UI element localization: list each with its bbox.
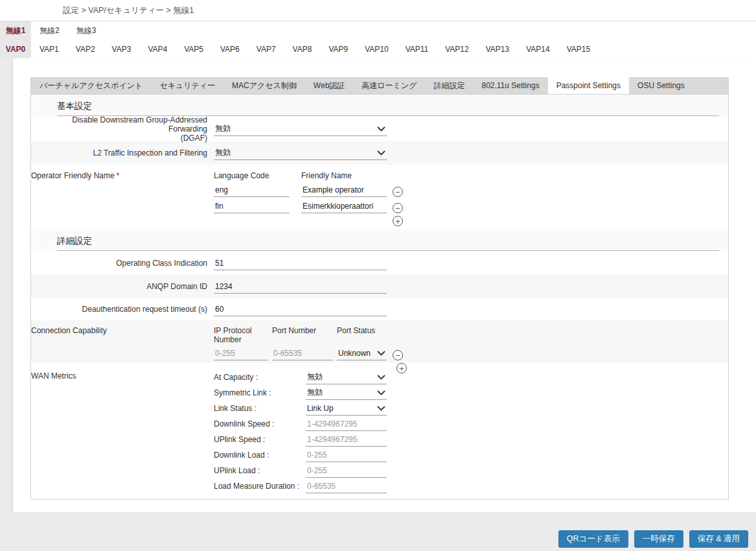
downlink-speed-label: Downlink Speed :: [214, 419, 306, 428]
remove-row-icon[interactable]: −: [393, 203, 403, 213]
wan-metrics-row: WAN Metrics At Capacity : 無効 Symmetric L…: [31, 363, 728, 499]
operator-name-row-0: −: [214, 183, 403, 197]
link-status-select[interactable]: Link Up: [306, 401, 387, 416]
connection-capability-label: Connection Capability: [31, 326, 207, 335]
uplink-load-input[interactable]: [306, 463, 387, 478]
l2-filtering-row: L2 Traffic Inspection and Filtering 無効: [31, 141, 728, 165]
port-number-input[interactable]: [272, 346, 333, 360]
symmetric-link-select[interactable]: 無効: [306, 386, 387, 400]
uplink-speed-label: UPlink Speed :: [214, 435, 306, 444]
operating-class-input[interactable]: [214, 256, 387, 270]
save-apply-button[interactable]: 保存 & 適用: [689, 530, 748, 548]
operator-friendly-name-label: Operator Friendly Name*: [31, 171, 207, 180]
tab-security[interactable]: セキュリティー: [151, 77, 223, 94]
l2-filtering-label: L2 Traffic Inspection and Filtering: [31, 141, 207, 165]
content-card: バーチャルアクセスポイント セキュリティー MACアクセス制御 Web認証 高速…: [13, 58, 756, 512]
basic-section-title: 基本設定: [57, 100, 719, 116]
vap-tab-11[interactable]: VAP11: [397, 40, 437, 58]
link-status-label: Link Status :: [214, 404, 306, 413]
tab-80211u-settings[interactable]: 802.11u Settings: [473, 77, 547, 94]
friendly-name-input-1[interactable]: [301, 199, 387, 213]
at-capacity-select[interactable]: 無効: [306, 370, 387, 384]
port-status-column-header: Port Status: [337, 326, 375, 344]
wan-load-measure-row: Load Measure Duration :: [214, 478, 387, 494]
operating-class-label: Operating Class Indication: [31, 252, 207, 275]
connection-capability-entry-row: Unknown −: [214, 346, 407, 360]
language-code-input-1[interactable]: [214, 199, 290, 213]
vap-tab-9[interactable]: VAP9: [320, 40, 356, 58]
radio-tab-musen1[interactable]: 無線1: [0, 21, 31, 40]
downlink-speed-input[interactable]: [306, 417, 387, 431]
vap-tab-3[interactable]: VAP3: [104, 40, 140, 58]
vap-tab-10[interactable]: VAP10: [356, 40, 396, 58]
radio-tab-musen3[interactable]: 無線3: [68, 21, 105, 40]
language-code-input-0[interactable]: [214, 183, 290, 197]
deauth-timeout-input[interactable]: [214, 302, 387, 316]
footer-bar: QRコード表示 一時保存 保存 & 適用: [0, 512, 756, 551]
load-measure-duration-label: Load Measure Duration :: [214, 482, 306, 491]
at-capacity-select-value: 無効: [307, 371, 323, 382]
port-status-select-value: Unknown: [338, 349, 371, 358]
remove-row-icon[interactable]: −: [393, 350, 403, 360]
tab-advanced[interactable]: 詳細設定: [425, 77, 473, 94]
deauth-timeout-label: Deauthentication request timeout (s): [31, 298, 207, 320]
temp-save-button[interactable]: 一時保存: [634, 530, 683, 548]
wan-link-status-row: Link Status : Link Up: [214, 401, 387, 416]
downlink-load-label: Downlink Load :: [214, 451, 306, 460]
breadcrumb: 設定 > VAP/セキュリティー > 無線1: [0, 0, 756, 21]
link-status-select-value: Link Up: [307, 404, 334, 413]
symmetric-link-select-value: 無効: [307, 387, 323, 398]
wan-uplink-load-row: UPlink Load :: [214, 463, 387, 478]
downlink-load-input[interactable]: [306, 448, 387, 462]
chevron-down-icon: [377, 390, 385, 395]
radio-tab-bar: 無線1 無線2 無線3: [0, 21, 756, 40]
wan-downlink-load-row: Downlink Load :: [214, 447, 387, 463]
chevron-down-icon: [377, 375, 385, 380]
vap-tab-12[interactable]: VAP12: [437, 40, 477, 58]
qr-code-button[interactable]: QRコード表示: [558, 530, 628, 548]
l2-filtering-select[interactable]: 無効: [214, 146, 387, 160]
load-measure-duration-input[interactable]: [306, 479, 387, 493]
vap-tab-2[interactable]: VAP2: [67, 40, 104, 58]
required-asterisk: *: [117, 171, 120, 180]
operator-friendly-name-row: Operator Friendly Name* Language Code Fr…: [31, 165, 728, 229]
vap-tab-14[interactable]: VAP14: [518, 40, 558, 58]
tab-passpoint-settings[interactable]: Passpoint Settings: [548, 77, 629, 94]
radio-tab-musen2[interactable]: 無線2: [31, 21, 68, 40]
friendly-name-input-0[interactable]: [301, 183, 387, 197]
remove-row-icon[interactable]: −: [393, 187, 403, 197]
port-status-select[interactable]: Unknown: [337, 346, 387, 360]
vap-tab-13[interactable]: VAP13: [477, 40, 518, 58]
vap-tab-8[interactable]: VAP8: [284, 40, 321, 58]
chevron-down-icon: [377, 406, 385, 411]
wan-at-capacity-row: At Capacity : 無効: [214, 369, 387, 385]
tab-mac-access-control[interactable]: MACアクセス制御: [223, 77, 305, 94]
tab-web-auth[interactable]: Web認証: [305, 77, 353, 94]
vap-tab-5[interactable]: VAP5: [176, 40, 212, 58]
tab-fast-roaming[interactable]: 高速ローミング: [353, 77, 425, 94]
ip-protocol-column-header: IP Protocol Number: [214, 326, 272, 344]
at-capacity-label: At Capacity :: [214, 373, 306, 382]
add-row-icon[interactable]: +: [393, 216, 403, 226]
anqp-domain-input[interactable]: [214, 279, 387, 294]
operator-name-row-1: −: [214, 199, 403, 213]
l2-filtering-select-value: 無効: [215, 147, 231, 158]
vap-tab-1[interactable]: VAP1: [31, 40, 67, 58]
tab-virtual-access-point[interactable]: バーチャルアクセスポイント: [31, 77, 151, 94]
chevron-down-icon: [377, 126, 385, 132]
vap-tab-bar: VAP0 VAP1 VAP2 VAP3 VAP4 VAP5 VAP6 VAP7 …: [0, 40, 756, 58]
dgaf-select[interactable]: 無効: [214, 122, 387, 136]
port-number-column-header: Port Number: [272, 326, 337, 344]
chevron-down-icon: [377, 150, 385, 156]
advanced-section-title: 詳細設定: [57, 235, 719, 251]
connection-capability-row: Connection Capability IP Protocol Number…: [31, 320, 728, 363]
tab-osu-settings[interactable]: OSU Settings: [629, 77, 693, 94]
uplink-speed-input[interactable]: [306, 432, 387, 447]
ip-protocol-input[interactable]: [214, 346, 268, 360]
add-row-icon[interactable]: +: [396, 363, 407, 373]
vap-tab-7[interactable]: VAP7: [248, 40, 284, 58]
vap-tab-6[interactable]: VAP6: [212, 40, 248, 58]
vap-tab-0[interactable]: VAP0: [0, 40, 31, 58]
vap-tab-15[interactable]: VAP15: [558, 40, 599, 58]
vap-tab-4[interactable]: VAP4: [139, 40, 176, 58]
